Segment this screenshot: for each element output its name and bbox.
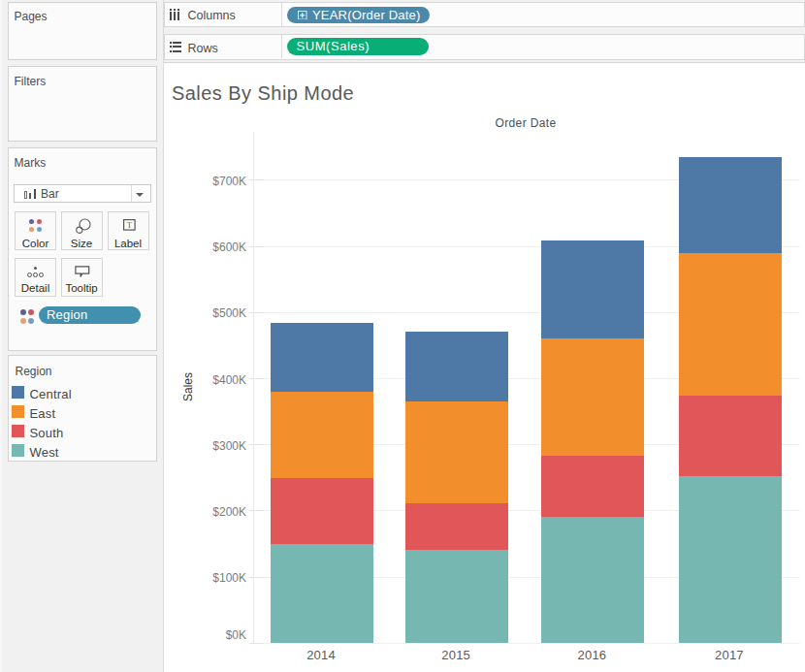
svg-text:T: T — [126, 220, 132, 230]
